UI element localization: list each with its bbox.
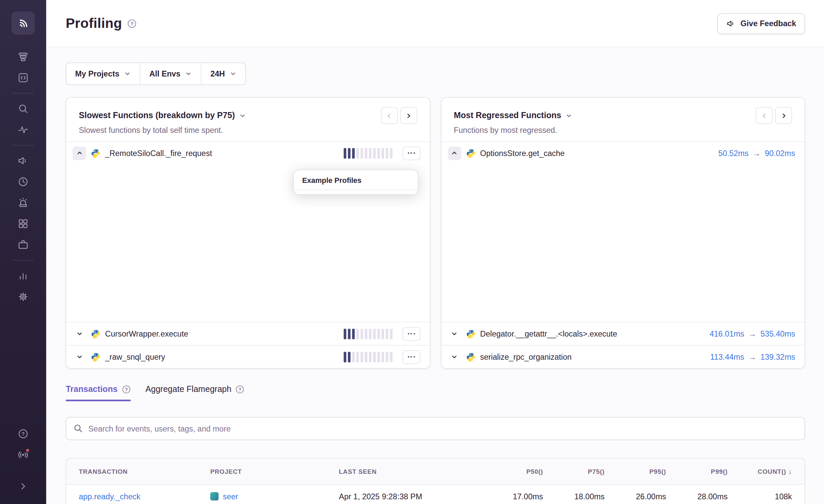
python-platform-icon [91, 329, 100, 339]
arrow-right-icon: → [748, 352, 756, 361]
function-row[interactable]: serialize_rpc_organization 113.44ms → 13… [441, 345, 805, 368]
column-header-transaction[interactable]: TRANSACTION [79, 468, 210, 475]
sidebar-item-discover[interactable] [13, 98, 34, 119]
collapse-row-button[interactable] [73, 146, 86, 160]
chevron-left-icon [760, 112, 768, 119]
function-row-expanded[interactable]: _RemoteSiloCall._fire_request [66, 141, 429, 164]
function-name[interactable]: Delegator.__getattr__.<locals>.execute [480, 329, 617, 338]
project-link[interactable]: seer [223, 492, 238, 501]
sidebar-item-projects[interactable] [13, 234, 34, 255]
next-page-button[interactable] [775, 107, 792, 124]
before-duration-link[interactable]: 50.52ms [718, 149, 748, 158]
sidebar-item-issues[interactable] [13, 46, 34, 67]
after-duration-link[interactable]: 535.40ms [761, 329, 795, 338]
profile-count-bars [344, 329, 393, 339]
regression-delta: 113.44ms → 139.32ms [710, 352, 795, 361]
python-platform-icon [466, 352, 475, 361]
prev-page-button[interactable] [756, 107, 773, 124]
chevron-down-icon [450, 353, 458, 361]
after-duration-link[interactable]: 139.32ms [761, 352, 795, 361]
slowest-functions-title-dropdown[interactable]: Slowest Functions (breakdown by P75) [79, 111, 246, 120]
environment-filter-dropdown[interactable]: All Envs [140, 63, 201, 85]
transaction-link[interactable]: app.ready._check [79, 492, 141, 501]
column-header-last-seen[interactable]: LAST SEEN [339, 468, 490, 475]
sentry-logo[interactable] [11, 11, 35, 35]
function-row[interactable]: Delegator.__getattr__.<locals>.execute 4… [441, 322, 805, 345]
megaphone-icon [726, 19, 736, 28]
last-seen-cell: Apr 1, 2025 9:28:38 PM [339, 492, 490, 501]
function-name[interactable]: CursorWrapper.execute [105, 329, 188, 338]
regressed-functions-title-dropdown[interactable]: Most Regressed Functions [454, 111, 572, 120]
after-duration-link[interactable]: 90.02ms [765, 149, 795, 158]
function-name[interactable]: _RemoteSiloCall._fire_request [105, 149, 212, 158]
profiling-help-icon[interactable]: ? [127, 19, 137, 28]
sidebar-item-alerts[interactable] [13, 192, 34, 213]
function-row[interactable]: _raw_snql_query [66, 345, 429, 368]
function-name[interactable]: _raw_snql_query [105, 352, 165, 361]
function-row-expanded[interactable]: OptionsStore.get_cache 50.52ms → 90.02ms [441, 141, 805, 164]
row-actions-button[interactable] [402, 327, 420, 341]
function-name[interactable]: serialize_rpc_organization [480, 352, 572, 361]
p99-cell: 28.00ms [666, 492, 728, 501]
bar-empty [381, 329, 384, 339]
bar-empty [356, 352, 359, 362]
before-duration-link[interactable]: 113.44ms [710, 352, 744, 361]
column-header-p50[interactable]: P50() [490, 468, 543, 475]
chevron-left-icon [385, 112, 393, 119]
function-name[interactable]: OptionsStore.get_cache [480, 149, 565, 158]
panel-title: Slowest Functions (breakdown by P75) [79, 111, 235, 120]
sidebar-item-stats[interactable] [13, 265, 34, 286]
chevron-down-icon [565, 112, 572, 119]
page-header: Profiling ? Give Feedback [46, 0, 824, 47]
expand-row-button[interactable] [448, 350, 461, 364]
tab-aggregate-flamegraph[interactable]: Aggregate Flamegraph ? [145, 385, 244, 401]
widget-cards: Slowest Functions (breakdown by P75) Slo… [66, 97, 805, 369]
expand-row-button[interactable] [73, 327, 86, 341]
bar-empty [373, 329, 375, 339]
function-row[interactable]: CursorWrapper.execute [66, 322, 429, 345]
help-icon[interactable]: ? [13, 423, 34, 444]
bar-filled [344, 148, 346, 158]
row-actions-button[interactable] [402, 350, 420, 364]
prev-page-button[interactable] [381, 107, 398, 124]
sidebar-item-performance[interactable] [13, 119, 34, 140]
profiling-page: ? Profiling ? Give Feedback [0, 0, 824, 504]
profile-count-bars [344, 148, 393, 158]
column-header-p75[interactable]: P75() [543, 468, 604, 475]
column-header-count[interactable]: COUNT() ↓ [728, 467, 792, 475]
whats-new-icon[interactable] [13, 444, 34, 465]
sidebar-item-crons[interactable] [13, 171, 34, 192]
column-header-project[interactable]: PROJECT [210, 468, 339, 475]
chevron-right-icon [780, 112, 787, 119]
row-actions-button[interactable] [402, 146, 420, 160]
column-header-p95[interactable]: P95() [605, 468, 666, 475]
bar-filled [344, 352, 346, 362]
panel-pager [756, 107, 792, 124]
project-icon-seer [210, 492, 219, 500]
table-row[interactable]: app.ready._check seer Apr 1, 2025 9:28:3… [66, 485, 805, 504]
sidebar-divider [13, 145, 34, 146]
example-profiles-list [294, 190, 418, 195]
bar-empty [360, 148, 363, 158]
expand-row-button[interactable] [448, 327, 461, 341]
date-range-dropdown[interactable]: 24H [201, 63, 245, 85]
sidebar-item-feedback[interactable] [13, 150, 34, 171]
bar-filled [348, 329, 350, 339]
sidebar-collapse-icon[interactable] [13, 476, 34, 497]
sidebar-item-dashboards[interactable] [13, 213, 34, 234]
sidebar-item-explore[interactable] [13, 67, 34, 88]
column-header-p99[interactable]: P99() [666, 468, 728, 475]
project-filter-dropdown[interactable]: My Projects [66, 63, 140, 85]
project-filter-label: My Projects [75, 69, 120, 79]
bar-empty [369, 148, 371, 158]
sidebar-item-settings[interactable] [13, 286, 34, 307]
example-profiles-popup: Example Profiles [293, 170, 418, 195]
bar-empty [356, 329, 359, 339]
give-feedback-button[interactable]: Give Feedback [717, 13, 805, 34]
tab-transactions[interactable]: Transactions ? [66, 385, 131, 401]
expand-row-button[interactable] [73, 350, 86, 364]
before-duration-link[interactable]: 416.01ms [709, 329, 744, 338]
next-page-button[interactable] [400, 107, 417, 124]
collapse-row-button[interactable] [448, 146, 461, 160]
search-input[interactable] [88, 424, 797, 433]
